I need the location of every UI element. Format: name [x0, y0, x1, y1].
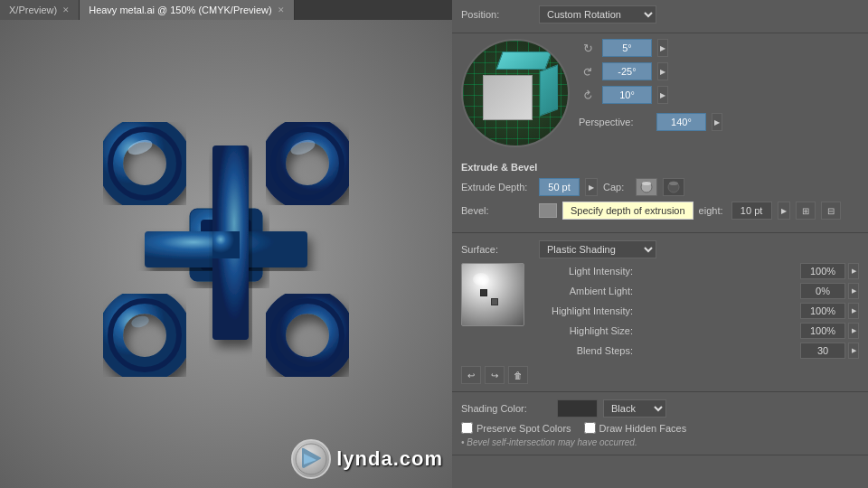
surface-content: Light Intensity: ▶ Ambient Light: ▶: [461, 263, 859, 362]
bevel-icon-2[interactable]: ⊟: [821, 202, 841, 220]
draw-hidden-faces-label: Draw Hidden Faces: [599, 423, 687, 434]
highlight-intensity-input[interactable]: [800, 303, 845, 319]
preserve-spot-colors-checkbox[interactable]: [461, 422, 473, 434]
command-symbol-svg: [72, 91, 380, 417]
sphere-dot1: [480, 289, 487, 296]
z-rotation-arrow[interactable]: ▶: [657, 86, 668, 104]
lynda-logo: [291, 439, 331, 479]
bevel-color-swatch[interactable]: [539, 203, 557, 218]
z-rotation-input[interactable]: [602, 86, 652, 104]
highlight-intensity-label: Highlight Intensity:: [533, 305, 633, 316]
bevel-height-input[interactable]: [731, 202, 772, 220]
rotation-cube-top: [495, 52, 552, 70]
surface-dropdown[interactable]: Plastic Shading Diffuse Shading No Shadi…: [539, 240, 656, 258]
height-label: eight:: [699, 205, 726, 216]
extrude-depth-label: Extrude Depth:: [461, 182, 533, 192]
surface-icon-2[interactable]: ↪: [485, 366, 505, 384]
tab-preview2[interactable]: Heavy metal.ai @ 150% (CMYK/Preview) ✕: [80, 0, 295, 20]
rotation-preview: [461, 39, 570, 147]
light-intensity-arrow[interactable]: ▶: [848, 263, 859, 279]
rotation-container: ↻ ▶ ↻ ▶ ↻ ▶ Perspective: ▶: [452, 33, 868, 153]
z-rotation-row: ↻ ▶: [579, 86, 859, 104]
z-rotation-icon: ↻: [575, 82, 600, 108]
y-rotation-arrow[interactable]: ▶: [657, 62, 668, 80]
surface-bottom-icons: ↩ ↪ 🗑: [461, 366, 859, 384]
shading-color-dropdown[interactable]: Black White Custom: [603, 399, 666, 418]
tab-preview1[interactable]: X/Preview) ✕: [0, 0, 80, 20]
blend-steps-value-row: ▶: [800, 343, 859, 359]
highlight-size-input[interactable]: [800, 323, 845, 339]
shading-color-swatch[interactable]: [557, 399, 598, 418]
preserve-spot-colors-label: Preserve Spot Colors: [476, 423, 571, 434]
blend-steps-input[interactable]: [800, 343, 845, 359]
position-dropdown[interactable]: Custom Rotation Off-Axis Front Off-Axis …: [539, 5, 656, 23]
right-panel: Position: Custom Rotation Off-Axis Front…: [452, 0, 868, 488]
cap-off-button[interactable]: [663, 178, 684, 196]
draw-hidden-faces-item: Draw Hidden Faces: [584, 422, 687, 434]
perspective-label: Perspective:: [579, 117, 651, 127]
extrude-depth-row: Extrude Depth: ▶ Cap:: [461, 178, 859, 196]
cap-on-button[interactable]: [636, 178, 657, 196]
bevel-warning: • Bevel self-intersection may have occur…: [461, 437, 859, 447]
surface-type-row: Surface: Plastic Shading Diffuse Shading…: [461, 240, 859, 258]
sphere-dot2: [491, 298, 498, 305]
tab-label: X/Preview): [9, 5, 57, 15]
extrude-depth-input[interactable]: [539, 178, 580, 196]
light-intensity-row: Light Intensity: ▶: [533, 263, 859, 279]
perspective-input[interactable]: [656, 113, 706, 131]
ambient-light-value-row: ▶: [800, 283, 859, 299]
bevel-height-arrow[interactable]: ▶: [778, 202, 790, 220]
svg-point-18: [642, 182, 651, 185]
draw-hidden-faces-checkbox[interactable]: [584, 422, 596, 434]
surface-icon-delete[interactable]: 🗑: [508, 366, 528, 384]
y-rotation-icon: ↻: [579, 62, 597, 80]
rotation-cube-side: [540, 64, 558, 116]
highlight-intensity-arrow[interactable]: ▶: [848, 303, 859, 319]
preserve-spot-colors-item: Preserve Spot Colors: [461, 422, 571, 434]
rotation-controls: ↻ ▶ ↻ ▶ ↻ ▶ Perspective: ▶: [579, 39, 859, 131]
x-rotation-row: ↻ ▶: [579, 39, 859, 57]
lynda-text: lynda.com: [336, 447, 443, 471]
light-intensity-value-row: ▶: [800, 263, 859, 279]
surface-icon-1[interactable]: ↩: [461, 366, 481, 384]
blend-steps-arrow[interactable]: ▶: [848, 343, 859, 359]
surface-label: Surface:: [461, 244, 533, 255]
bevel-row: Bevel: Specify depth of extrusion eight:…: [461, 202, 859, 220]
ambient-light-row: Ambient Light: ▶: [533, 283, 859, 299]
tab-close-1[interactable]: ✕: [62, 5, 70, 14]
lynda-watermark: lynda.com: [291, 439, 443, 479]
light-intensity-input[interactable]: [800, 263, 845, 279]
highlight-intensity-value-row: ▶: [800, 303, 859, 319]
x-rotation-input[interactable]: [602, 39, 652, 57]
extrude-depth-arrow[interactable]: ▶: [585, 178, 598, 196]
lynda-logo-svg: [295, 443, 327, 475]
ambient-light-input[interactable]: [800, 283, 845, 299]
options-row: Preserve Spot Colors Draw Hidden Faces: [461, 422, 859, 434]
bevel-label: Bevel:: [461, 205, 533, 216]
light-intensity-label: Light Intensity:: [533, 266, 633, 277]
ambient-light-label: Ambient Light:: [533, 286, 633, 296]
ambient-light-arrow[interactable]: ▶: [848, 283, 859, 299]
shading-color-row: Shading Color: Black White Custom: [461, 399, 859, 418]
highlight-size-arrow[interactable]: ▶: [848, 323, 859, 339]
blend-steps-row: Blend Steps: ▶: [533, 343, 859, 359]
blend-steps-label: Blend Steps:: [533, 345, 633, 356]
svg-rect-12: [212, 231, 240, 258]
shading-section: Shading Color: Black White Custom Preser…: [452, 392, 868, 455]
y-rotation-input[interactable]: [602, 62, 652, 80]
extrude-bevel-section: Extrude & Bevel Extrude Depth: ▶ Cap: Be…: [452, 153, 868, 233]
y-rotation-row: ↻ ▶: [579, 62, 859, 80]
tab-label-active: Heavy metal.ai @ 150% (CMYK/Preview): [89, 5, 272, 15]
perspective-arrow[interactable]: ▶: [712, 113, 722, 131]
extrude-bevel-header: Extrude & Bevel: [461, 160, 859, 173]
canvas-area: X/Preview) ✕ Heavy metal.ai @ 150% (CMYK…: [0, 0, 452, 488]
bevel-icon-1[interactable]: ⊞: [796, 202, 816, 220]
extrude-tooltip: Specify depth of extrusion: [562, 202, 693, 220]
tab-close-2[interactable]: ✕: [278, 5, 285, 14]
x-rotation-icon: ↻: [579, 39, 597, 57]
position-label: Position:: [461, 9, 533, 20]
x-rotation-arrow[interactable]: ▶: [657, 39, 668, 57]
highlight-size-row: Highlight Size: ▶: [533, 323, 859, 339]
svg-point-20: [669, 182, 678, 185]
canvas-content: lynda.com: [0, 20, 452, 488]
